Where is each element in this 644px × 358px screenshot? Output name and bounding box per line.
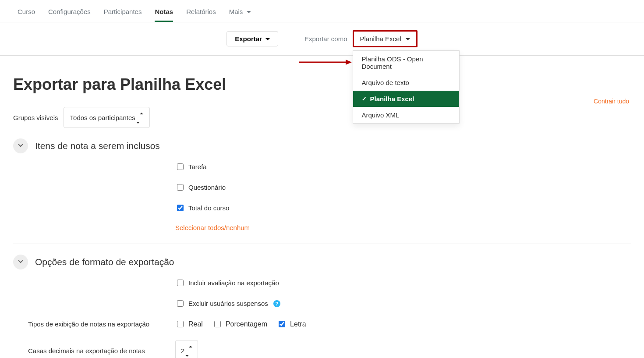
checkbox-label: Excluir usuários suspensos [188,300,268,307]
tab-mais-label: Mais [229,8,243,15]
dropdown-item-xml[interactable]: Arquivo XML [353,107,459,123]
checkbox-total-curso[interactable]: Total do curso [175,203,631,213]
chevron-down-icon [406,35,410,43]
chevron-down-icon [247,8,251,15]
dropdown-item-label: Planilha Excel [370,95,414,103]
row-display-types: Tipos de exibição de notas na exportação… [13,319,631,329]
checkbox-input[interactable] [177,280,184,286]
dropdown-item-label: Arquivo de texto [362,79,409,86]
section-grade-items: Itens de nota a serem inclusos Tarefa Qu… [13,138,631,231]
checkbox-label: Incluir avaliação na exportação [188,279,279,287]
checkbox-input[interactable] [279,321,285,327]
checkbox-input[interactable] [214,321,221,327]
tab-notas[interactable]: Notas [155,5,173,22]
sort-caret-icon [189,343,192,358]
checkbox-tarefa[interactable]: Tarefa [175,162,631,171]
main-content: Exportar para Planilha Excel Grupos visí… [0,56,644,358]
checkbox-real[interactable]: Real [175,319,203,329]
tab-participantes[interactable]: Participantes [104,5,142,22]
export-toolbar: Exportar Exportar como Planilha Excel Pl… [0,22,644,56]
export-as-label: Exportar como [304,35,347,43]
chevron-down-icon [265,35,270,43]
tab-curso[interactable]: Curso [18,5,35,22]
decimals-select[interactable]: 2 [175,340,198,358]
export-button[interactable]: Exportar [226,31,278,46]
visible-groups-label: Grupos visíveis [13,114,58,121]
dropdown-item-excel[interactable]: ✓ Planilha Excel [353,91,459,107]
checkbox-label: Porcentagem [226,320,267,328]
collapse-toggle[interactable] [13,255,28,269]
chevron-down-icon [17,258,24,266]
checkbox-include-feedback[interactable]: Incluir avaliação na exportação [175,278,631,287]
checkbox-input[interactable] [177,300,184,307]
help-icon[interactable]: ? [273,300,280,307]
export-button-label: Exportar [235,35,262,43]
course-nav-tabs: Curso Configurações Participantes Notas … [0,0,644,22]
tab-configuracoes[interactable]: Configurações [48,5,91,22]
checkbox-input[interactable] [177,321,184,327]
checkbox-label: Total do curso [188,204,229,212]
checkbox-input[interactable] [177,205,184,211]
export-as-select[interactable]: Planilha Excel [353,30,418,47]
decimals-label: Casas decimais na exportação de notas [13,347,162,354]
section-title: Opções de formato de exportação [35,257,174,267]
divider [13,244,631,244]
export-as-selected-value: Planilha Excel [360,35,401,43]
dropdown-item-ods[interactable]: Planilha ODS - Open Document [353,51,459,74]
checkbox-label: Tarefa [188,163,207,170]
dropdown-item-texto[interactable]: Arquivo de texto [353,74,459,91]
checkbox-letra[interactable]: Letra [277,319,306,329]
select-all-none-link[interactable]: Selecionar todos/nenhum [175,224,631,231]
export-as-dropdown: Planilha ODS - Open Document Arquivo de … [353,50,460,124]
collapse-all-link[interactable]: Contrair tudo [594,98,629,105]
page-title: Exportar para Planilha Excel [13,75,631,94]
checkbox-input[interactable] [177,163,184,170]
collapse-toggle[interactable] [13,138,28,153]
sort-caret-icon [140,110,143,125]
checkbox-label: Real [188,320,203,328]
visible-groups-value: Todos os participantes [70,114,135,121]
checkbox-exclude-suspended[interactable]: Excluir usuários suspensos ? [175,299,631,308]
section-export-format: Opções de formato de exportação Incluir … [13,255,631,358]
visible-groups-select[interactable]: Todos os participantes [64,107,150,128]
visible-groups-row: Grupos visíveis Todos os participantes [13,107,631,128]
checkbox-questionario[interactable]: Questionário [175,183,631,192]
dropdown-item-label: Planilha ODS - Open Document [362,55,450,70]
tab-relatorios[interactable]: Relatórios [186,5,216,22]
decimals-value: 2 [181,347,184,354]
check-icon: ✓ [362,96,367,102]
section-title: Itens de nota a serem inclusos [35,141,160,151]
checkbox-label: Questionário [188,184,226,191]
display-types-label: Tipos de exibição de notas na exportação [13,320,162,328]
dropdown-item-label: Arquivo XML [362,111,400,119]
checkbox-porcentagem[interactable]: Porcentagem [212,319,267,329]
export-as-group: Exportar como Planilha Excel Planilha OD… [304,30,418,47]
checkbox-label: Letra [290,320,306,328]
row-decimal-places: Casas decimais na exportação de notas 2 [13,340,631,358]
chevron-down-icon [17,142,24,150]
tab-mais[interactable]: Mais [229,5,251,22]
checkbox-input[interactable] [177,184,184,191]
